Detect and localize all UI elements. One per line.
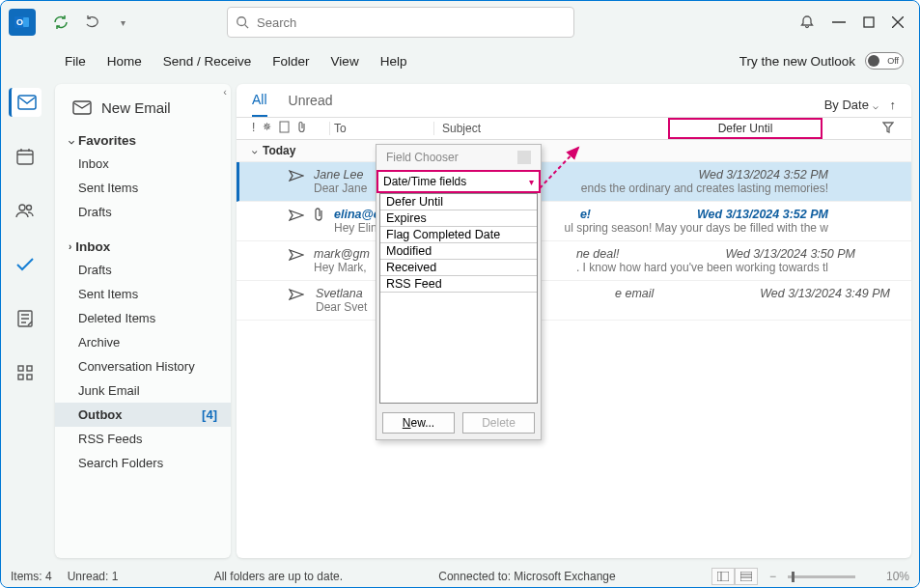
- search-box[interactable]: [227, 7, 574, 38]
- col-filter-icon[interactable]: [882, 122, 894, 136]
- field-chooser-category-dropdown[interactable]: Date/Time fields ▾: [376, 170, 541, 193]
- sort-direction-icon[interactable]: ↑: [890, 98, 897, 112]
- folder-junk-email[interactable]: Junk Email: [55, 378, 231, 403]
- minimize-icon[interactable]: [832, 15, 846, 29]
- svg-point-15: [27, 206, 32, 210]
- col-to[interactable]: To: [329, 122, 433, 135]
- field-chooser-item[interactable]: Received: [380, 260, 537, 276]
- field-chooser-title[interactable]: Field Chooser: [376, 145, 541, 170]
- rail-more-apps-icon[interactable]: [9, 358, 42, 387]
- svg-rect-20: [27, 375, 32, 379]
- field-chooser-item[interactable]: Expires: [380, 210, 537, 227]
- status-connection: Connected to: Microsoft Exchange: [438, 570, 615, 583]
- rail-calendar-icon[interactable]: [9, 142, 42, 171]
- svg-rect-2: [23, 17, 29, 27]
- field-chooser-item[interactable]: RSS Feed: [380, 276, 537, 293]
- svg-rect-26: [740, 572, 752, 581]
- sort-by-date[interactable]: By Date ⌵: [824, 98, 878, 112]
- email-row[interactable]: mark@gm Hey Mark, ne deal!Wed 3/13/2024 …: [237, 241, 911, 281]
- col-attachment-icon[interactable]: [297, 121, 307, 136]
- menu-help[interactable]: Help: [380, 54, 407, 69]
- folder-rss-feeds[interactable]: RSS Feeds: [55, 427, 231, 451]
- field-chooser-item[interactable]: Flag Completed Date: [380, 227, 537, 243]
- col-defer-until[interactable]: Defer Until: [668, 118, 822, 139]
- close-icon[interactable]: [892, 16, 904, 28]
- tab-all[interactable]: All: [252, 92, 267, 117]
- col-icon-icon[interactable]: [279, 121, 290, 136]
- field-chooser-new-button[interactable]: New...: [382, 412, 455, 434]
- email-date: e!Wed 3/13/2024 3:52 PM: [580, 208, 828, 221]
- menu-view[interactable]: View: [331, 54, 359, 69]
- fav-drafts[interactable]: Drafts: [55, 200, 231, 224]
- field-chooser-dialog: Field Chooser Date/Time fields ▾ Defer U…: [376, 144, 542, 440]
- rail-notes-icon[interactable]: [9, 304, 42, 333]
- rail-mail-icon[interactable]: [9, 88, 42, 117]
- menu-folder[interactable]: Folder: [272, 54, 309, 69]
- send-icon: [289, 249, 304, 264]
- search-input[interactable]: [257, 15, 566, 30]
- svg-point-3: [237, 17, 246, 26]
- folder-drafts[interactable]: Drafts: [55, 258, 231, 282]
- folder-deleted-items[interactable]: Deleted Items: [55, 306, 231, 330]
- bell-icon[interactable]: [799, 14, 815, 30]
- view-normal-icon[interactable]: [711, 568, 735, 585]
- main-area: ‹ New Email ⌵Favorites Inbox Sent Items …: [1, 78, 919, 566]
- qat-dropdown-icon[interactable]: ▾: [109, 9, 136, 36]
- field-chooser-item[interactable]: Modified: [380, 243, 537, 260]
- outlook-app-icon: O: [9, 9, 36, 36]
- fav-sent-items[interactable]: Sent Items: [55, 176, 231, 200]
- maximize-icon[interactable]: [863, 16, 875, 28]
- menu-send-receive[interactable]: Send / Receive: [163, 54, 252, 69]
- folder-sent-items[interactable]: Sent Items: [55, 282, 231, 306]
- search-icon: [236, 15, 249, 29]
- col-subject[interactable]: Subject: [433, 122, 668, 135]
- new-email-button[interactable]: New Email: [55, 92, 231, 129]
- field-chooser-list: Defer UntilExpiresFlag Completed DateMod…: [379, 193, 538, 404]
- group-today[interactable]: ⌵Today: [237, 140, 911, 162]
- email-row[interactable]: elina@co Hey Elina, e!Wed 3/13/2024 3:52…: [237, 202, 911, 241]
- svg-text:O: O: [16, 17, 23, 27]
- inbox-header[interactable]: ›Inbox: [55, 236, 231, 258]
- folder-conversation-history[interactable]: Conversation History: [55, 354, 231, 378]
- try-new-outlook-toggle[interactable]: Off: [865, 52, 904, 70]
- collapse-nav-icon[interactable]: ‹: [223, 86, 227, 98]
- rail-todo-icon[interactable]: [9, 250, 42, 279]
- status-unread-count: Unread: 1: [68, 570, 119, 583]
- email-row[interactable]: Svetlana Dear Svet e emailWed 3/13/2024 …: [237, 281, 911, 321]
- email-list: Jane Lee Dear Jane Wed 3/13/2024 3:52 PM…: [237, 162, 911, 321]
- zoom-out-icon[interactable]: −: [769, 570, 776, 583]
- email-snippet: ends the ordinary and creates lasting me…: [581, 182, 828, 195]
- left-rail: [1, 78, 49, 566]
- field-chooser-item[interactable]: Defer Until: [380, 194, 537, 210]
- svg-rect-10: [17, 151, 33, 164]
- undo-icon[interactable]: [78, 9, 105, 36]
- fav-inbox[interactable]: Inbox: [55, 152, 231, 176]
- svg-rect-22: [280, 122, 289, 132]
- folder-archive[interactable]: Archive: [55, 330, 231, 354]
- folder-panel: ‹ New Email ⌵Favorites Inbox Sent Items …: [55, 84, 231, 558]
- sync-icon[interactable]: [47, 9, 74, 36]
- email-snippet: ul spring season! May your days be fille…: [565, 221, 828, 235]
- menubar: File Home Send / Receive Folder View Hel…: [1, 43, 919, 78]
- folder-search-folders[interactable]: Search Folders: [55, 451, 231, 475]
- tab-unread[interactable]: Unread: [289, 93, 333, 116]
- email-snippet: . I know how hard you've been working to…: [576, 261, 828, 274]
- menu-home[interactable]: Home: [107, 54, 142, 69]
- menu-file[interactable]: File: [65, 54, 86, 69]
- rail-people-icon[interactable]: [9, 196, 42, 225]
- send-icon: [289, 289, 306, 303]
- field-chooser-delete-button: Delete: [462, 412, 535, 434]
- folder-outbox[interactable]: Outbox[4]: [55, 403, 231, 427]
- favorites-header[interactable]: ⌵Favorites: [55, 129, 231, 152]
- message-list-panel: All Unread By Date ⌵ ↑ ! ✵ To Subject De…: [237, 84, 911, 558]
- col-reminder-icon[interactable]: ✵: [263, 121, 271, 136]
- svg-line-4: [245, 25, 249, 29]
- email-date: e emailWed 3/13/2024 3:49 PM: [615, 287, 828, 300]
- email-row[interactable]: Jane Lee Dear Jane Wed 3/13/2024 3:52 PM…: [237, 162, 911, 202]
- status-item-count: Items: 4: [11, 570, 52, 583]
- field-chooser-close-icon[interactable]: [517, 151, 531, 164]
- zoom-slider[interactable]: [788, 575, 855, 578]
- col-importance-icon[interactable]: !: [252, 121, 255, 136]
- statusbar: Items: 4 Unread: 1 All folders are up to…: [1, 566, 919, 587]
- view-reading-icon[interactable]: [735, 568, 758, 585]
